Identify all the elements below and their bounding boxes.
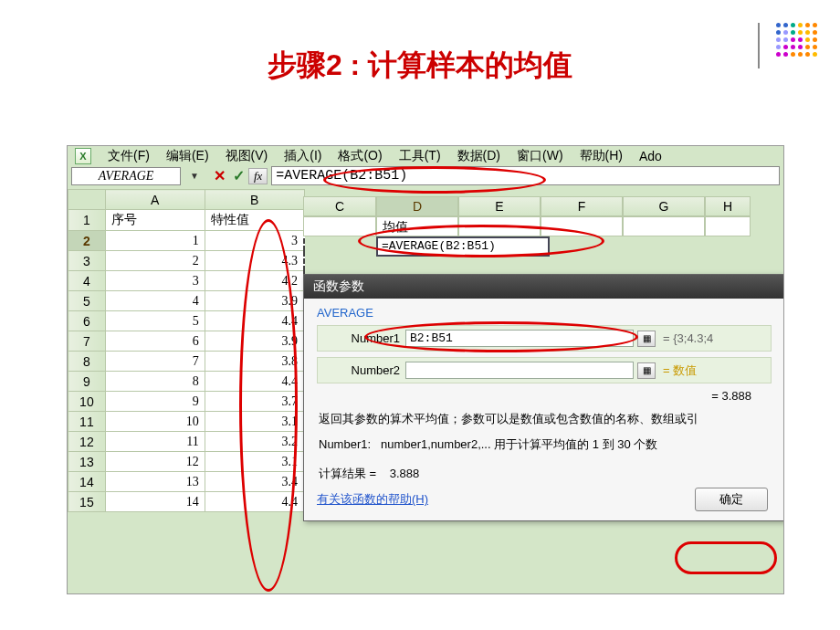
cell-d2-active[interactable]: =AVERAGE(B2:B51) [376, 236, 550, 257]
row-header-15[interactable]: 15 [68, 492, 106, 512]
dialog-argdesc: Number1: number1,number2,... 用于计算平均值的 1 … [319, 436, 770, 453]
name-box[interactable]: AVERAGE [71, 167, 181, 185]
row-header-2[interactable]: 2 [68, 231, 106, 251]
menu-window[interactable]: 窗口(W) [517, 148, 563, 164]
col-header-g[interactable]: G [623, 196, 705, 216]
row-header-14[interactable]: 14 [68, 472, 106, 492]
arg2-eval: = 数值 [663, 362, 697, 379]
arg1-label: Number1 [327, 331, 400, 345]
cell-a10[interactable]: 9 [105, 392, 205, 412]
menu-tools[interactable]: 工具(T) [399, 148, 441, 164]
cell-b2[interactable]: 3 [205, 231, 304, 251]
col-header-a[interactable]: A [105, 190, 205, 210]
col-header-h[interactable]: H [705, 196, 751, 216]
cell-b9[interactable]: 4.4 [205, 372, 304, 392]
arg1-collapse-button[interactable]: ▦ [637, 331, 656, 347]
cell-b1[interactable]: 特性值 [205, 210, 304, 231]
cell-b13[interactable]: 3.1 [205, 452, 304, 472]
row-header-1[interactable]: 1 [68, 210, 106, 231]
cell-a14[interactable]: 13 [105, 472, 205, 492]
worksheet-grid-left[interactable]: A B 1 序号 特性值 2 1 3 3 2 4.3 4 3 4.2 5 4 3… [68, 189, 305, 512]
menu-view[interactable]: 视图(V) [226, 148, 268, 164]
row-header-4[interactable]: 4 [68, 271, 106, 291]
cell-a4[interactable]: 3 [105, 271, 205, 291]
accept-formula-button[interactable]: ✓ [233, 167, 245, 184]
menu-file[interactable]: 文件(F) [108, 148, 150, 164]
row-header-5[interactable]: 5 [68, 291, 106, 311]
ok-button[interactable]: 确定 [695, 488, 768, 511]
col-headers-right: C D E F G H [303, 196, 751, 216]
cell-b5[interactable]: 3.9 [205, 291, 304, 311]
result-value: 3.888 [390, 467, 420, 480]
cell-a8[interactable]: 7 [105, 352, 205, 372]
cell-b7[interactable]: 3.9 [205, 331, 304, 352]
argdesc-name: Number1: [319, 437, 371, 451]
menu-ado[interactable]: Ado [639, 149, 662, 163]
cell-a1[interactable]: 序号 [105, 210, 205, 231]
menubar: X 文件(F) 编辑(E) 视图(V) 插入(I) 格式(O) 工具(T) 数据… [68, 146, 783, 166]
cell-b6[interactable]: 4.4 [205, 311, 304, 331]
dialog-function-name: AVERAGE [317, 306, 772, 320]
cell-h1[interactable] [705, 216, 751, 236]
cell-c1[interactable] [303, 216, 376, 236]
cell-g1[interactable] [623, 216, 705, 236]
row-header-9[interactable]: 9 [68, 372, 106, 392]
cell-e1[interactable] [458, 216, 541, 236]
formula-input[interactable]: =AVERAGE(B2:B51) [271, 166, 780, 185]
cell-a15[interactable]: 14 [105, 492, 205, 512]
row-header-8[interactable]: 8 [68, 352, 106, 372]
cell-a3[interactable]: 2 [105, 251, 205, 271]
col-header-f[interactable]: F [541, 196, 623, 216]
dialog-title: 函数参数 [304, 275, 784, 299]
cell-b10[interactable]: 3.7 [205, 392, 304, 412]
cell-a7[interactable]: 6 [105, 331, 205, 352]
menu-edit[interactable]: 编辑(E) [166, 148, 209, 164]
select-all-corner[interactable] [68, 190, 106, 210]
menu-help[interactable]: 帮助(H) [580, 148, 623, 164]
row-header-6[interactable]: 6 [68, 311, 106, 331]
row-header-3[interactable]: 3 [68, 251, 106, 271]
cell-d1[interactable]: 均值 [376, 216, 458, 236]
col-header-e[interactable]: E [458, 196, 541, 216]
menu-format[interactable]: 格式(O) [338, 148, 382, 164]
col-header-d[interactable]: D [376, 196, 458, 216]
cell-b11[interactable]: 3.1 [205, 412, 304, 432]
arg1-row: Number1 ▦ = {3;4.3;4 [317, 325, 772, 352]
arg1-eval: = {3;4.3;4 [663, 331, 713, 345]
col-header-c[interactable]: C [303, 196, 376, 216]
cell-b3[interactable]: 4.3 [205, 251, 304, 271]
dialog-result: 计算结果 = 3.888 [319, 466, 770, 482]
arg1-input[interactable] [405, 330, 634, 347]
row-header-11[interactable]: 11 [68, 412, 106, 432]
cell-b4[interactable]: 4.2 [205, 271, 304, 291]
argdesc-text: number1,number2,... 用于计算平均值的 1 到 30 个数 [381, 437, 657, 451]
namebox-dropdown-icon[interactable]: ▼ [190, 171, 199, 181]
cell-a6[interactable]: 5 [105, 311, 205, 331]
col-header-b[interactable]: B [205, 190, 304, 210]
formula-bar: AVERAGE ▼ ✕ ✓ fx =AVERAGE(B2:B51) [68, 166, 783, 189]
cell-a12[interactable]: 11 [105, 432, 205, 452]
arg2-input[interactable] [405, 362, 634, 379]
cell-a13[interactable]: 12 [105, 452, 205, 472]
cell-b12[interactable]: 3.2 [205, 432, 304, 452]
cancel-formula-button[interactable]: ✕ [214, 167, 226, 184]
cell-a11[interactable]: 10 [105, 412, 205, 432]
cell-b15[interactable]: 4.4 [205, 492, 304, 512]
cell-f1[interactable] [541, 216, 623, 236]
row-header-13[interactable]: 13 [68, 452, 106, 472]
cell-b8[interactable]: 3.8 [205, 352, 304, 372]
dialog-help-link[interactable]: 有关该函数的帮助(H) [317, 492, 428, 506]
row-header-12[interactable]: 12 [68, 432, 106, 452]
cell-a9[interactable]: 8 [105, 372, 205, 392]
cell-b14[interactable]: 3.4 [205, 472, 304, 492]
row-header-10[interactable]: 10 [68, 392, 106, 412]
excel-app-icon: X [75, 148, 91, 164]
cell-a5[interactable]: 4 [105, 291, 205, 311]
fx-button[interactable]: fx [248, 168, 268, 184]
row-header-7[interactable]: 7 [68, 331, 106, 352]
excel-window: X 文件(F) 编辑(E) 视图(V) 插入(I) 格式(O) 工具(T) 数据… [67, 145, 784, 594]
arg2-collapse-button[interactable]: ▦ [637, 362, 656, 379]
menu-insert[interactable]: 插入(I) [284, 148, 321, 164]
menu-data[interactable]: 数据(D) [457, 148, 500, 164]
cell-a2[interactable]: 1 [105, 231, 205, 251]
